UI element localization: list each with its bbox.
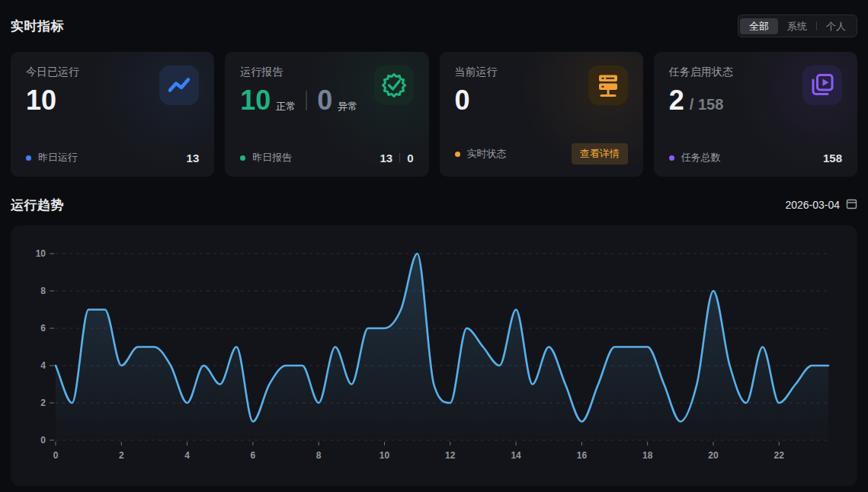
card-label: 今日已运行 xyxy=(26,65,79,79)
trend-title: 运行趋势 xyxy=(11,196,64,214)
dashboard-page: 实时指标 全部 系统 个人 今日已运行 10 xyxy=(0,0,868,486)
card-top: 任务启用状态 2 / 158 xyxy=(669,65,842,114)
metrics-header: 实时指标 全部 系统 个人 xyxy=(11,15,857,37)
svg-text:4: 4 xyxy=(40,360,46,371)
scope-tab-group: 全部 系统 个人 xyxy=(738,14,857,37)
svg-text:2: 2 xyxy=(119,450,124,461)
card-value: 0 xyxy=(455,87,470,114)
svg-text:0: 0 xyxy=(40,435,46,446)
svg-text:18: 18 xyxy=(642,450,653,461)
svg-text:22: 22 xyxy=(774,450,785,461)
trend-header: 运行趋势 2026-03-04 xyxy=(11,195,857,215)
svg-text:6: 6 xyxy=(251,450,256,461)
enabled-count: 2 xyxy=(669,87,684,114)
page-title: 实时指标 xyxy=(11,18,64,35)
footer-divider xyxy=(399,153,400,162)
card-label: 任务启用状态 xyxy=(669,65,733,79)
trend-line-icon xyxy=(159,65,199,105)
video-stack-icon xyxy=(802,65,842,105)
svg-text:8: 8 xyxy=(316,450,322,461)
status-dot xyxy=(240,155,245,161)
card-footer: 昨日报告 13 0 xyxy=(240,151,413,165)
status-dot xyxy=(26,155,31,161)
svg-text:12: 12 xyxy=(445,450,456,461)
svg-text:16: 16 xyxy=(577,450,588,461)
footer-value: 158 xyxy=(823,152,842,165)
svg-text:14: 14 xyxy=(511,450,521,461)
svg-text:0: 0 xyxy=(53,450,59,461)
date-value[interactable]: 2026-03-04 xyxy=(785,199,840,211)
footer-label: 实时状态 xyxy=(467,147,507,161)
abnormal-count: 0 xyxy=(317,87,332,114)
badge-check-icon xyxy=(374,65,414,105)
svg-text:2: 2 xyxy=(40,398,46,408)
card-value: 10 xyxy=(26,87,56,114)
trend-chart-panel: 02468100246810121416182022 xyxy=(11,225,857,486)
trend-line-chart: 02468100246810121416182022 xyxy=(11,225,857,486)
footer-value-normal: 13 xyxy=(380,152,392,165)
tab-system[interactable]: 系统 xyxy=(778,18,816,34)
footer-value: 13 xyxy=(187,152,200,165)
footer-value-abnormal: 0 xyxy=(407,152,413,165)
footer-label: 昨日运行 xyxy=(38,151,78,165)
abnormal-label: 异常 xyxy=(338,100,357,113)
date-picker[interactable]: 2026-03-04 xyxy=(785,198,857,212)
footer-label: 昨日报告 xyxy=(252,151,292,165)
card-top: 运行报告 10 正常 0 异常 xyxy=(240,65,413,114)
stat-card-run-reports: 运行报告 10 正常 0 异常 xyxy=(225,52,428,177)
tab-personal[interactable]: 个人 xyxy=(817,18,855,34)
card-footer: 实时状态 查看详情 xyxy=(455,143,628,165)
card-footer: 昨日运行 13 xyxy=(26,151,199,165)
value-divider xyxy=(306,91,307,110)
stat-cards-row: 今日已运行 10 昨日运行 13 运行报告 xyxy=(11,52,857,177)
svg-text:6: 6 xyxy=(40,323,46,334)
calendar-icon[interactable] xyxy=(846,198,857,212)
normal-label: 正常 xyxy=(276,100,296,113)
card-top: 今日已运行 10 xyxy=(26,65,199,114)
status-dot xyxy=(455,152,460,157)
card-footer: 任务总数 158 xyxy=(669,151,842,165)
svg-text:10: 10 xyxy=(380,450,390,461)
view-details-button[interactable]: 查看详情 xyxy=(572,143,628,165)
card-top: 当前运行 0 xyxy=(455,65,628,114)
normal-count: 10 xyxy=(240,87,271,114)
stat-card-today-runs: 今日已运行 10 昨日运行 13 xyxy=(11,52,214,177)
total-suffix: / 158 xyxy=(690,96,723,113)
card-label: 当前运行 xyxy=(455,65,498,79)
card-label: 运行报告 xyxy=(240,65,357,79)
server-icon xyxy=(588,65,628,105)
stat-card-task-enabled: 任务启用状态 2 / 158 任务总数 158 xyxy=(654,52,857,177)
svg-text:20: 20 xyxy=(708,450,719,461)
svg-text:4: 4 xyxy=(184,450,190,461)
stat-card-currently-running: 当前运行 0 xyxy=(440,52,643,177)
footer-label: 任务总数 xyxy=(681,151,721,165)
tab-all[interactable]: 全部 xyxy=(740,18,778,34)
svg-text:8: 8 xyxy=(40,286,46,296)
status-dot xyxy=(669,155,674,161)
svg-text:10: 10 xyxy=(36,248,46,259)
